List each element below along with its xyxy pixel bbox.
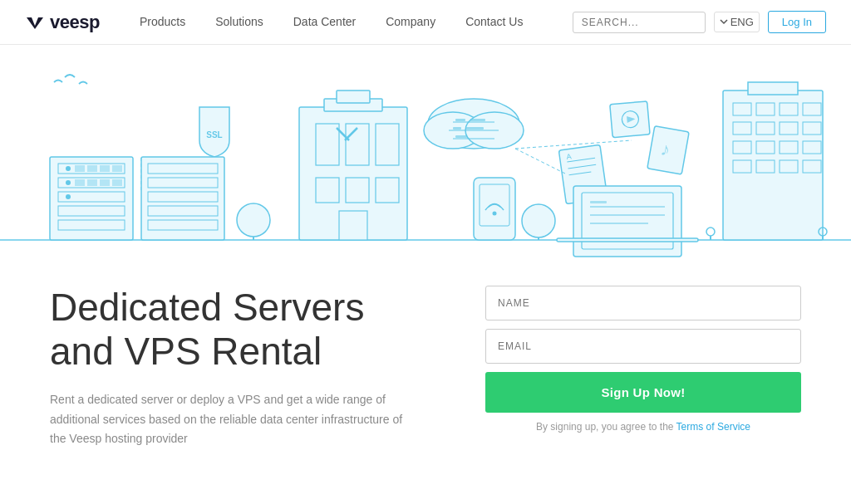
terms-of-service-link[interactable]: Terms of Service xyxy=(676,421,750,433)
city-illustration: SSL xyxy=(0,53,851,261)
svg-rect-36 xyxy=(346,124,369,165)
nav-item-data-center[interactable]: Data Center xyxy=(278,0,371,45)
svg-rect-43 xyxy=(339,211,367,240)
svg-rect-52 xyxy=(453,127,461,130)
main-header: veesp Products Solutions Data Center Com… xyxy=(0,0,851,45)
svg-rect-10 xyxy=(75,165,85,172)
svg-line-65 xyxy=(515,149,565,174)
header-right: ENG Log In xyxy=(573,11,826,33)
svg-rect-40 xyxy=(316,178,339,203)
svg-rect-41 xyxy=(346,178,369,203)
language-selector[interactable]: ENG xyxy=(714,12,760,32)
svg-rect-50 xyxy=(455,119,465,121)
svg-rect-12 xyxy=(100,165,110,172)
svg-rect-37 xyxy=(376,124,399,165)
svg-rect-80 xyxy=(748,82,798,95)
svg-rect-51 xyxy=(470,119,485,121)
svg-text:SSL: SSL xyxy=(206,130,222,139)
signup-button[interactable]: Sign Up Now! xyxy=(485,372,801,413)
main-content: Dedicated Servers and VPS Rental Rent a … xyxy=(0,261,851,482)
login-button[interactable]: Log In xyxy=(768,11,826,33)
svg-rect-16 xyxy=(100,179,110,186)
search-input[interactable] xyxy=(573,12,706,33)
name-input[interactable] xyxy=(485,286,801,321)
svg-rect-24 xyxy=(141,157,224,240)
svg-rect-14 xyxy=(75,179,85,186)
svg-rect-35 xyxy=(316,124,339,165)
svg-rect-53 xyxy=(465,127,484,130)
nav-item-products[interactable]: Products xyxy=(125,0,200,45)
svg-point-9 xyxy=(66,194,71,199)
lang-label: ENG xyxy=(730,16,754,28)
svg-rect-42 xyxy=(376,178,399,203)
hero-description: Rent a dedicated server or deploy a VPS … xyxy=(50,390,407,449)
svg-line-66 xyxy=(515,140,632,149)
svg-rect-34 xyxy=(337,91,370,103)
email-input[interactable] xyxy=(485,329,801,364)
logo[interactable]: veesp xyxy=(25,12,100,33)
svg-rect-77 xyxy=(590,201,607,203)
svg-rect-72 xyxy=(573,186,681,257)
logo-text: veesp xyxy=(50,12,100,33)
nav-item-contact-us[interactable]: Contact Us xyxy=(450,0,538,45)
svg-point-7 xyxy=(66,166,71,171)
svg-rect-11 xyxy=(87,165,97,172)
svg-rect-54 xyxy=(455,135,467,138)
svg-point-8 xyxy=(66,180,71,185)
svg-rect-13 xyxy=(112,165,122,172)
svg-point-97 xyxy=(706,228,715,236)
svg-rect-78 xyxy=(557,238,698,242)
main-nav: Products Solutions Data Center Company C… xyxy=(125,0,573,45)
svg-rect-17 xyxy=(112,179,122,186)
svg-rect-79 xyxy=(723,91,823,240)
left-section: Dedicated Servers and VPS Rental Rent a … xyxy=(50,286,452,449)
svg-rect-15 xyxy=(87,179,97,186)
nav-item-company[interactable]: Company xyxy=(371,0,450,45)
nav-item-solutions[interactable]: Solutions xyxy=(200,0,278,45)
svg-point-57 xyxy=(493,212,497,216)
logo-icon xyxy=(25,14,45,31)
chevron-down-icon xyxy=(720,19,728,25)
hero-title: Dedicated Servers and VPS Rental xyxy=(50,286,452,374)
svg-point-30 xyxy=(237,203,270,237)
signup-form: Sign Up Now! By signing up, you agree to… xyxy=(485,286,801,433)
hero-illustration: SSL xyxy=(0,45,851,261)
terms-text: By signing up, you agree to the Terms of… xyxy=(485,421,801,433)
svg-point-58 xyxy=(522,204,555,237)
